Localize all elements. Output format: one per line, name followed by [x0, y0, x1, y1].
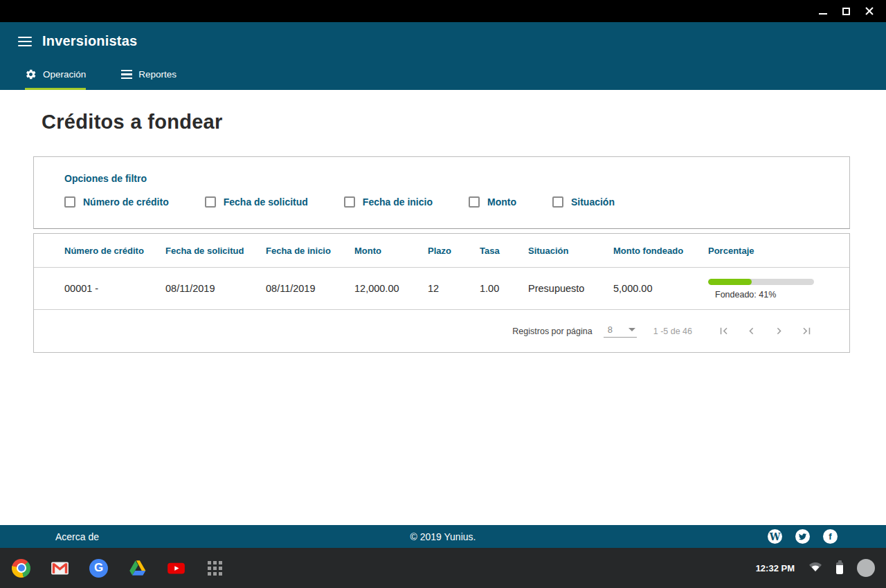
- cell-tasa: 1.00: [480, 283, 528, 294]
- cell-plazo: 12: [428, 283, 480, 294]
- chrome-icon[interactable]: [12, 559, 30, 578]
- shelf-apps: G: [0, 559, 224, 578]
- filter-option-label: Número de crédito: [83, 196, 169, 208]
- checkbox-fecha-solicitud[interactable]: [205, 196, 216, 208]
- tab-operacion[interactable]: Operación: [25, 68, 86, 90]
- minimize-icon[interactable]: [819, 13, 827, 15]
- twitter-icon[interactable]: [795, 529, 810, 544]
- col-header-fecha-inicio: Fecha de inicio: [266, 246, 354, 256]
- tab-bar: Operación Reportes: [25, 68, 177, 90]
- col-header-fecha-solicitud: Fecha de solicitud: [165, 246, 266, 256]
- hamburger-icon[interactable]: [18, 37, 32, 46]
- social-links: W f: [768, 529, 838, 544]
- tab-reportes-label: Reportes: [138, 69, 177, 80]
- cell-fecha-solicitud: 08/11/2019: [165, 283, 266, 294]
- app-title: Inversionistas: [42, 33, 137, 49]
- google-icon[interactable]: G: [89, 559, 108, 578]
- first-page-icon[interactable]: [717, 324, 730, 338]
- per-page-label: Registros por página: [512, 327, 592, 336]
- pagination-bar: Registros por página 8 1 -5 de 46: [34, 310, 849, 352]
- facebook-icon[interactable]: f: [823, 529, 838, 544]
- chevron-left-icon[interactable]: [745, 324, 758, 338]
- battery-icon: [836, 562, 843, 574]
- chevron-down-icon: [629, 328, 635, 331]
- col-header-tasa: Tasa: [480, 246, 528, 256]
- filter-card-title: Opciones de filtro: [34, 157, 849, 184]
- per-page-select[interactable]: 8: [604, 324, 637, 338]
- tab-operacion-label: Operación: [43, 69, 86, 80]
- table-header-row: Número de crédito Fecha de solicitud Fec…: [34, 234, 849, 268]
- filter-option-situacion[interactable]: Situación: [552, 196, 615, 208]
- youtube-icon[interactable]: [167, 559, 186, 578]
- system-tray[interactable]: 12:32 PM: [756, 559, 875, 577]
- cell-porcentaje: Fondeado: 41%: [708, 277, 849, 300]
- list-icon: [121, 70, 132, 80]
- page-title: Créditos a fondear: [42, 111, 223, 134]
- funding-progress-label: Fondeado: 41%: [715, 290, 849, 300]
- avatar[interactable]: [857, 559, 875, 577]
- credits-table-card: Número de crédito Fecha de solicitud Fec…: [33, 233, 850, 353]
- cell-fecha-inicio: 08/11/2019: [266, 283, 354, 294]
- col-header-monto-fondeado: Monto fondeado: [613, 246, 708, 256]
- pagination-range: 1 -5 de 46: [653, 327, 692, 336]
- app-header: Inversionistas Operación Reportes: [0, 22, 886, 90]
- filter-option-numero-credito[interactable]: Número de crédito: [64, 196, 169, 208]
- cell-monto: 12,000.00: [354, 283, 428, 294]
- cell-monto-fondeado: 5,000.00: [613, 283, 708, 294]
- chevron-right-icon[interactable]: [772, 324, 786, 338]
- window-titlebar: [0, 0, 886, 22]
- cell-numero-credito: 00001 -: [64, 283, 165, 294]
- launcher-icon[interactable]: [206, 559, 224, 578]
- clock: 12:32 PM: [756, 563, 795, 573]
- maximize-icon[interactable]: [842, 8, 850, 15]
- checkbox-numero-credito[interactable]: [64, 196, 75, 208]
- close-icon[interactable]: [865, 7, 874, 15]
- filter-card: Opciones de filtro Número de crédito Fec…: [33, 156, 850, 229]
- tab-reportes[interactable]: Reportes: [121, 68, 177, 90]
- wifi-icon: [808, 560, 822, 576]
- col-header-situacion: Situación: [528, 246, 613, 256]
- filter-option-monto[interactable]: Monto: [469, 196, 516, 208]
- gear-icon: [25, 68, 37, 80]
- filter-option-label: Monto: [487, 196, 516, 208]
- drive-icon[interactable]: [128, 559, 147, 578]
- col-header-monto: Monto: [354, 246, 428, 256]
- checkbox-monto[interactable]: [469, 196, 480, 208]
- checkbox-situacion[interactable]: [552, 196, 563, 208]
- cell-situacion: Presupuesto: [528, 283, 613, 294]
- wordpress-icon[interactable]: W: [768, 529, 782, 544]
- progress-fill: [708, 279, 752, 285]
- filter-options-row: Número de crédito Fecha de solicitud Fec…: [34, 196, 849, 208]
- funding-progress-bar: [708, 279, 814, 285]
- checkbox-fecha-inicio[interactable]: [344, 196, 355, 208]
- table-row[interactable]: 00001 - 08/11/2019 08/11/2019 12,000.00 …: [34, 268, 849, 310]
- filter-option-label: Fecha de inicio: [363, 196, 433, 208]
- filter-option-label: Situación: [571, 196, 615, 208]
- col-header-porcentaje: Porcentaje: [708, 246, 849, 256]
- col-header-numero-credito: Número de crédito: [64, 246, 165, 256]
- filter-option-fecha-inicio[interactable]: Fecha de inicio: [344, 196, 433, 208]
- filter-option-fecha-solicitud[interactable]: Fecha de solicitud: [205, 196, 308, 208]
- app-footer: Acerca de © 2019 Yunius. W f: [0, 525, 886, 548]
- pager-buttons: [717, 324, 813, 338]
- os-shelf: G 12:32 PM: [0, 548, 886, 588]
- last-page-icon[interactable]: [800, 324, 813, 338]
- per-page-value: 8: [608, 324, 613, 335]
- gmail-icon[interactable]: [51, 559, 69, 578]
- filter-option-label: Fecha de solicitud: [224, 196, 308, 208]
- copyright-text: © 2019 Yunius.: [0, 531, 886, 542]
- col-header-plazo: Plazo: [428, 246, 480, 256]
